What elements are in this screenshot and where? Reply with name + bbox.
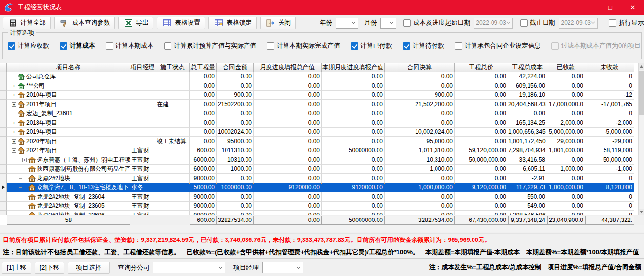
row-selector-cell[interactable] bbox=[0, 155, 7, 165]
column-header-3[interactable]: 施工状态 bbox=[155, 63, 190, 72]
branch-select[interactable] bbox=[153, 262, 225, 273]
calc-option[interactable]: 计算本期实际完成产值 bbox=[267, 41, 340, 50]
expand-icon[interactable]: + bbox=[12, 93, 16, 97]
vertical-scrollbar[interactable] bbox=[638, 63, 644, 215]
column-header-5[interactable]: 合同金额 bbox=[217, 63, 254, 72]
checkbox-icon[interactable] bbox=[164, 42, 171, 50]
table-row[interactable]: 龙鼎2#2地块_复制_23604王富财9000.000.000.000.000.… bbox=[0, 192, 644, 202]
expand-icon[interactable]: + bbox=[12, 84, 16, 88]
maximize-button[interactable]: □ bbox=[599, 0, 622, 15]
move-up-button[interactable]: [1]上移 bbox=[2, 262, 31, 274]
project-name-cell: 宏迈_复制_23601 bbox=[7, 109, 130, 118]
table-row[interactable]: +2010年项目0.00900.000.000.00900.000.0019,1… bbox=[0, 91, 644, 100]
table-row[interactable]: 龙鼎2#2地块_复制_23605王富财9000.000.000.000.000.… bbox=[0, 202, 644, 211]
table-row[interactable]: 龙鼎2#2地块王富财9000.000.000.000.000.000.00-2.… bbox=[0, 174, 644, 183]
table-row[interactable]: +2020年项目竣工未结算0.0095000.000.000.0095,000.… bbox=[0, 137, 644, 146]
minimize-button[interactable]: — bbox=[577, 0, 599, 15]
row-selector-cell[interactable] bbox=[0, 192, 7, 202]
table-row[interactable]: 众凯学府7、8、10-13住宅楼及地下张冬5000.001000000.0091… bbox=[0, 183, 644, 192]
checkbox-icon[interactable] bbox=[551, 42, 559, 50]
table-row[interactable]: −2021年项目王富财600.001011310.000.0050000000.… bbox=[0, 146, 644, 155]
project-select-button[interactable]: 项目选择 bbox=[68, 262, 110, 274]
scrollbar-thumb[interactable] bbox=[639, 71, 644, 115]
horizontal-scrollbar[interactable] bbox=[0, 225, 644, 232]
checkbox-icon[interactable] bbox=[351, 42, 358, 50]
month-select[interactable] bbox=[380, 18, 397, 29]
row-selector-cell[interactable] bbox=[0, 128, 7, 137]
end-date-select[interactable]: 2022-09-03 bbox=[559, 18, 598, 29]
table-row[interactable]: 宏迈_复制_236010.000.000.000.000.000.000.000… bbox=[0, 109, 644, 118]
checkbox-icon[interactable] bbox=[403, 42, 410, 50]
scroll-down-icon[interactable] bbox=[639, 209, 644, 215]
expand-icon[interactable]: + bbox=[12, 121, 16, 125]
table-row[interactable]: 陕西康惠制药股份有限公司药品生产王富财6000.001000.000.000.0… bbox=[0, 165, 644, 174]
column-header-6[interactable]: 月度进度填报总产值 bbox=[254, 63, 322, 72]
end-date-checkbox[interactable]: 截止日期 bbox=[520, 18, 555, 27]
row-selector-cell[interactable] bbox=[0, 91, 7, 100]
column-header-10[interactable]: 工程总成本 bbox=[508, 63, 547, 72]
calc-option[interactable]: 过滤本期成本产值为0的项目 bbox=[551, 41, 641, 50]
row-selector-cell[interactable] bbox=[0, 165, 7, 174]
column-header-12[interactable]: 未收款 bbox=[585, 63, 634, 72]
calc-all-button[interactable]: 计算全部 bbox=[3, 17, 51, 29]
checkbox-icon[interactable] bbox=[520, 19, 528, 27]
table-row[interactable]: +远东普惠（上海、苏州）弱电工程项王富财6000.0010310.000.000… bbox=[0, 155, 644, 165]
year-select[interactable] bbox=[336, 18, 358, 29]
column-header-1[interactable]: 项目名称 bbox=[7, 63, 130, 72]
table-row[interactable]: +2019年项目0.0010002024.000.000.0010,002,02… bbox=[0, 128, 644, 137]
close-button[interactable]: ✕ bbox=[622, 0, 644, 15]
calc-option[interactable]: 计算本期成本 bbox=[106, 41, 153, 50]
start-date-checkbox[interactable]: 成本及进度起始日期 bbox=[403, 18, 470, 27]
calc-option[interactable]: 计算应收款 bbox=[8, 41, 49, 50]
checkbox-icon[interactable] bbox=[455, 42, 462, 50]
row-selector-cell[interactable] bbox=[0, 183, 7, 192]
expand-icon[interactable]: + bbox=[12, 130, 16, 134]
table-row[interactable]: +***公司0.000.000.000.000.000.00609,156.00… bbox=[0, 81, 644, 91]
close-form-button[interactable]: 关闭 bbox=[260, 17, 296, 29]
column-header-7[interactable]: 本期月度进度填报产值 bbox=[322, 63, 385, 72]
cost-query-params-button[interactable]: 成本查询参数 bbox=[54, 17, 115, 29]
table-row[interactable]: 公司总仓库0.000.000.000.000.000.0042,224.000.… bbox=[0, 72, 644, 81]
column-header-2[interactable]: 项目经理 bbox=[130, 63, 155, 72]
scroll-up-icon[interactable] bbox=[639, 63, 644, 70]
move-down-button[interactable]: [2]下移 bbox=[35, 262, 64, 274]
table-lock-button[interactable]: 表格锁定 bbox=[208, 17, 257, 29]
row-selector-cell[interactable] bbox=[0, 202, 7, 211]
row-selector-cell[interactable] bbox=[0, 211, 7, 215]
row-selector-cell[interactable] bbox=[0, 72, 7, 81]
column-header-4[interactable]: 总工程量 bbox=[190, 63, 217, 72]
row-selector-cell[interactable] bbox=[0, 81, 7, 91]
calc-option[interactable]: 计算累计预算产值与实际产值 bbox=[164, 41, 256, 50]
row-selector-cell[interactable] bbox=[0, 109, 7, 118]
export-button[interactable]: 导出 bbox=[118, 17, 153, 29]
manager-select[interactable] bbox=[262, 262, 303, 273]
calc-option[interactable]: 计算待付款 bbox=[403, 41, 444, 50]
checkbox-icon[interactable] bbox=[267, 42, 274, 50]
checkbox-icon[interactable] bbox=[106, 42, 113, 50]
calc-option[interactable]: 计算成本 bbox=[60, 41, 95, 50]
table-settings-button[interactable]: 表格设置 bbox=[157, 17, 205, 29]
start-date-select[interactable]: 2022-09-03 bbox=[474, 18, 512, 29]
column-header-9[interactable]: 工程总价 bbox=[455, 63, 508, 72]
collapse-icon[interactable]: − bbox=[12, 148, 16, 153]
checkbox-icon[interactable] bbox=[8, 42, 15, 50]
checkbox-icon[interactable] bbox=[60, 42, 67, 50]
column-header-11[interactable]: 已收款 bbox=[547, 63, 585, 72]
row-selector-cell[interactable] bbox=[0, 174, 7, 183]
table-row[interactable]: +2018年项目0.000.000.000.000.000.00165,134.… bbox=[0, 118, 644, 128]
expand-icon[interactable]: + bbox=[22, 158, 27, 162]
expand-icon[interactable]: + bbox=[12, 139, 16, 144]
row-selector-cell[interactable] bbox=[0, 137, 7, 146]
table-row[interactable]: 龙鼎2#2地块_复制_23606王富财9000.000.000.000.000.… bbox=[0, 211, 644, 215]
row-selector-cell[interactable] bbox=[0, 100, 7, 109]
row-selector-cell[interactable] bbox=[0, 118, 7, 128]
checkbox-icon[interactable] bbox=[403, 19, 411, 27]
calc-option[interactable]: 计算已付款 bbox=[351, 41, 392, 50]
row-selector-cell[interactable] bbox=[0, 146, 7, 155]
table-row[interactable]: +2011年项目在建0.0021502200.000.000.0021,502,… bbox=[0, 100, 644, 109]
wrap-display-checkbox[interactable]: 折行显示 bbox=[609, 18, 644, 27]
column-header-8[interactable]: 合同决算 bbox=[385, 63, 455, 72]
calc-option[interactable]: 计算承包合同企业设定信息 bbox=[455, 41, 541, 50]
expand-icon[interactable]: + bbox=[12, 102, 16, 107]
checkbox-icon[interactable] bbox=[609, 19, 616, 27]
